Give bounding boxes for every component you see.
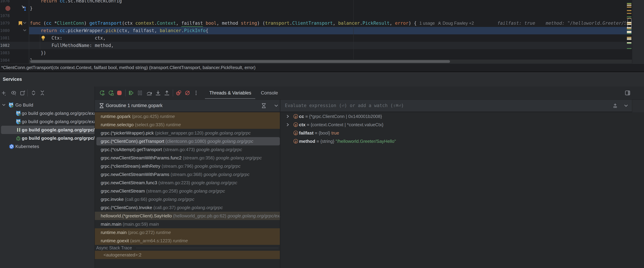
tree-item-go-build-debug[interactable]: go build google.golang.org/grpc/ [0,134,94,142]
frame-row[interactable]: helloworld.(*greeterClient).SayHello (he… [95,212,280,220]
mute-breakpoints-button[interactable] [184,90,190,96]
open-in-new-tab-button[interactable] [20,90,26,96]
filter-frames-icon[interactable] [261,103,266,108]
tree-item-go-build-example-1[interactable]: go build google.golang.org/grpc/examples [0,109,94,118]
more-options-button[interactable] [193,90,199,96]
more-options-button-svg[interactable] [193,90,199,96]
goroutine-dropdown-chevron[interactable] [274,104,278,107]
editor-scrollbar-thumb[interactable] [628,18,632,28]
tab-threads-variables[interactable]: Threads & Variables [209,86,251,99]
layout-settings-button[interactable] [625,90,630,96]
tree-item-go-build-example-2[interactable]: go build google.golang.org/grpc/examples [0,118,94,126]
frame-row[interactable]: main.main (main.go:59) main [95,220,280,228]
collapse-all-button[interactable] [40,90,45,96]
expand-all-button-svg[interactable] [31,90,36,96]
frame-row[interactable]: runtime.goexit (asm_arm64.s:1223) runtim… [95,236,280,245]
step-out-button-svg[interactable] [164,90,170,96]
frame-row[interactable]: grpc.newClientStream (stream.go:258) goo… [95,187,280,195]
resume-button-svg[interactable] [128,90,134,96]
frame-row[interactable]: grpc.(*csAttempt).getTransport (stream.g… [95,146,280,154]
chevron-down[interactable] [274,104,278,107]
code-line[interactable]: } [30,5,33,12]
stop-button[interactable] [116,90,122,96]
frames-list[interactable]: runtime.gopark (proc.go:425) runtime run… [95,112,280,268]
resume-button[interactable] [128,90,134,96]
frame-row[interactable]: grpc.newClientStreamWithParams.func2 (st… [95,154,280,162]
frame-row[interactable]: grpc.(*ClientConn).Invoke (call.go:37) g… [95,204,280,212]
services-tree[interactable]: Go Build go build google.golang.org/grpc… [0,100,94,268]
chevron-right[interactable] [286,122,289,127]
breakpoint-icon[interactable] [5,6,10,11]
async-frame-row[interactable]: <autogenerated>:2 [95,251,280,259]
add-service-button[interactable] [1,90,6,96]
frame-row[interactable]: grpc.invoke (call.go:66) google.golang.o… [95,195,280,204]
rerun-button-svg[interactable] [99,90,105,96]
frame-row[interactable]: grpc.(*clientStream).withRetry (stream.g… [95,162,280,170]
add-watch[interactable] [612,102,618,109]
frame-row[interactable]: runtime.gopark (proc.go:425) runtime [95,112,280,120]
collapse-all-button-svg[interactable] [40,90,45,96]
chevron-down[interactable] [23,29,26,32]
code-line[interactable]: FullMethodName: method, [30,42,114,49]
chevron-down[interactable] [23,22,26,24]
breakpoint-dot[interactable] [5,6,10,11]
step-out-button[interactable] [164,90,170,96]
frame-row[interactable]: runtime.main (proc.go:272) runtime [95,228,280,236]
frame-row[interactable]: grpc.(*ClientConn).getTransport (clientc… [95,137,280,146]
code-vision-hints[interactable]: 1 usage [420,20,438,27]
editor-error-stripe[interactable] [626,0,632,60]
view-options-button[interactable] [11,90,16,96]
pause-button[interactable] [137,90,143,96]
evaluate-expression-field[interactable]: Evaluate expression (⏎) or add a watch (… [280,100,632,112]
chevron-right[interactable] [286,114,289,118]
stop-button-svg[interactable] [116,90,122,96]
step-into-button[interactable] [155,90,161,96]
code-line[interactable]: return cc.sc.healthCheckConfig [30,0,122,5]
rerun-button[interactable] [99,90,105,96]
mute-breakpoints-button-svg[interactable] [184,90,190,96]
variable-row[interactable]: pcc = {*grpc.ClientConn | 0x140001b2008} [280,112,632,120]
pause-button-svg[interactable] [137,90,143,96]
fold-chevron-icon[interactable] [23,29,26,32]
variable-row[interactable]: pmethod = {string} "/helloworld.Greeter/… [280,137,632,146]
variables-panel[interactable]: pcc = {*grpc.ClientConn | 0x140001b2008}… [280,112,644,268]
tree-expand-chevron[interactable] [2,104,6,106]
horizontal-scrollbar-thumb[interactable] [30,60,450,63]
frame-row[interactable]: grpc.newClientStreamWithParams (stream.g… [95,170,280,178]
code-line[interactable]: }) [30,49,46,57]
code-editor[interactable]: 1076 1078 1079 1080 1081 1082 1083 1084 … [0,0,644,64]
layout-settings-button-svg[interactable] [625,90,630,96]
frame-row[interactable]: grpc.newClientStream.func3 (stream.go:22… [95,178,280,187]
author-hint[interactable]: Doug Fawley +2 [442,20,474,27]
step-into-button-svg[interactable] [155,90,161,96]
goroutine-selector[interactable]: Goroutine 1 runtime.gopark [95,100,280,112]
code-line[interactable]: Ctx: ctx, [30,34,106,42]
view-breakpoints-button[interactable] [176,90,182,96]
rerun-debug-button-svg[interactable] [108,90,114,96]
bookmark-flag[interactable] [18,21,22,26]
fold-chevron-icon[interactable] [23,22,26,25]
step-over-button-svg[interactable] [146,90,152,96]
variable-expand-chevron[interactable] [286,122,289,127]
add-watch-icon[interactable] [612,102,618,109]
code-line[interactable]: return cc.pickerWrapper.pick(ctx, failfa… [30,27,208,34]
variable-expand-chevron[interactable] [286,114,289,118]
usages-hint[interactable]: 1 usage [420,21,435,26]
tree-item-go-build[interactable]: Go Build [0,101,94,109]
chevron-down[interactable] [624,104,628,107]
variable-row[interactable]: pfailfast = {bool} true [280,129,632,137]
frame-row[interactable]: grpc.(*pickerWrapper).pick (picker_wrapp… [95,129,280,137]
tree-item-go-build-paused[interactable]: go build google.golang.org/grpc/ [0,126,94,134]
view-options-button-svg[interactable] [11,90,16,96]
filter-hourglass[interactable] [261,103,266,108]
variable-row[interactable]: pctx = {context.Context | *context.value… [280,120,632,129]
bookmark-icon[interactable] [18,21,22,26]
code-line[interactable]: func (cc *ClientConn) getTransport(ctx c… [30,20,417,27]
open-in-new-tab-button-svg[interactable] [20,90,26,96]
expand-all-button[interactable] [31,90,36,96]
evaluate-dropdown-chevron[interactable] [624,104,628,107]
tab-console[interactable]: Console [261,86,278,99]
rerun-debug-button[interactable] [108,90,114,96]
add-service-button-svg[interactable] [1,90,6,96]
view-breakpoints-button-svg[interactable] [176,90,182,96]
